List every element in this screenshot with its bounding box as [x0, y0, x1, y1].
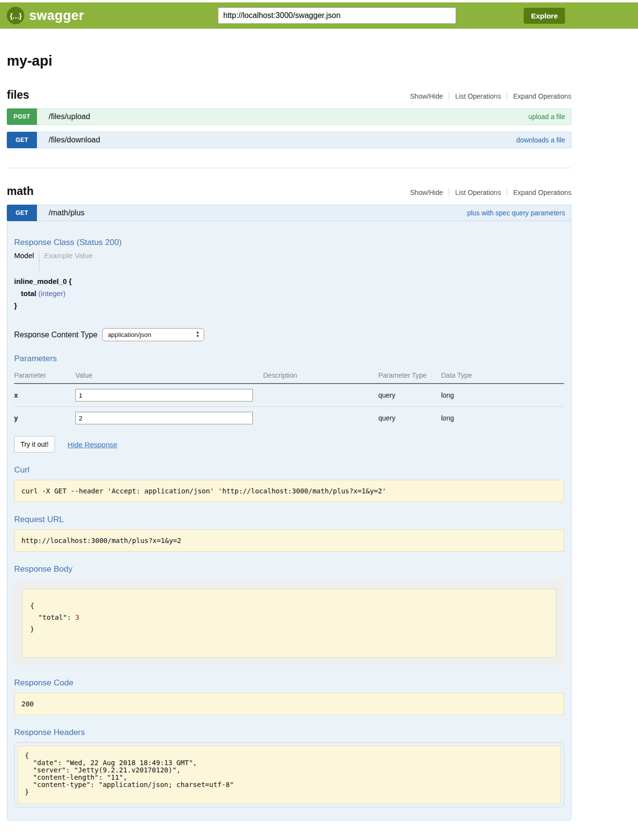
- show-hide-link[interactable]: Show/Hide: [410, 92, 443, 100]
- endpoint-get-files-download: GET /files/download downloads a file: [7, 132, 571, 148]
- resource-files: files Show/Hide List Operations Expand O…: [7, 88, 571, 148]
- param-data-type: long: [441, 407, 564, 430]
- param-type: query: [378, 407, 441, 430]
- endpoint-summary-link[interactable]: downloads a file: [516, 136, 565, 144]
- endpoint-summary-link[interactable]: plus with spec query parameters: [467, 209, 565, 217]
- options-separator: [507, 189, 507, 196]
- resource-files-title: files: [7, 88, 29, 102]
- page-title: my-api: [7, 53, 571, 69]
- response-content-type-select[interactable]: application/json ▲▼: [102, 328, 204, 341]
- response-code: 200: [14, 693, 564, 715]
- get-method-badge: GET: [7, 132, 37, 148]
- tab-example-value[interactable]: Example Value: [39, 251, 93, 272]
- list-operations-link[interactable]: List Operations: [455, 189, 501, 196]
- resource-math: math Show/Hide List Operations Expand Op…: [7, 185, 571, 840]
- endpoint-header[interactable]: GET /files/download downloads a file: [7, 132, 571, 148]
- resource-math-options: Show/Hide List Operations Expand Operati…: [410, 189, 571, 196]
- response-headers: { "date": "Wed, 22 Aug 2018 18:49:13 GMT…: [18, 746, 561, 804]
- get-method-badge: GET: [7, 205, 37, 221]
- expand-operations-link[interactable]: Expand Operations: [513, 92, 571, 100]
- parameters-heading: Parameters: [14, 354, 564, 364]
- table-row: y query long: [14, 407, 564, 430]
- explore-button[interactable]: Explore: [524, 8, 565, 24]
- response-body-heading: Response Body: [14, 564, 564, 574]
- options-separator: [449, 189, 449, 196]
- show-hide-link[interactable]: Show/Hide: [410, 189, 443, 196]
- list-operations-link[interactable]: List Operations: [455, 92, 501, 100]
- response-headers-container: { "date": "Wed, 22 Aug 2018 18:49:13 GMT…: [14, 742, 564, 807]
- select-arrows-icon: ▲▼: [195, 331, 199, 338]
- param-name: y: [14, 407, 75, 430]
- col-header-parameter-type: Parameter Type: [378, 368, 441, 384]
- json-text: }: [30, 625, 34, 633]
- model-tabs: Model Example Value: [14, 251, 564, 272]
- response-body: { "total": 3 }: [22, 589, 556, 658]
- endpoint-path-link[interactable]: /files/download: [49, 136, 100, 144]
- tab-model[interactable]: Model: [14, 251, 39, 272]
- endpoint-post-files-upload: POST /files/upload upload a file: [7, 108, 571, 125]
- endpoint-header[interactable]: POST /files/upload upload a file: [7, 108, 571, 125]
- request-url-heading: Request URL: [14, 515, 564, 525]
- response-body-container: { "total": 3 }: [14, 581, 564, 665]
- spec-url-input[interactable]: [218, 7, 456, 24]
- options-separator: [449, 92, 449, 100]
- header-bar: {…} swagger Explore: [0, 2, 638, 29]
- model-prop-type: (integer): [38, 289, 66, 298]
- parameters-table: Parameter Value Description Parameter Ty…: [14, 368, 564, 429]
- endpoint-path-link[interactable]: /files/upload: [49, 112, 90, 121]
- json-number-value: 3: [75, 613, 79, 621]
- param-x-input[interactable]: [75, 389, 253, 402]
- param-data-type: long: [441, 384, 564, 407]
- endpoint-path-link[interactable]: /math/plus: [49, 209, 85, 217]
- endpoint-get-math-plus: GET /math/plus plus with spec query para…: [7, 205, 571, 821]
- options-separator: [507, 92, 507, 100]
- model-open-line: inline_model_0 {: [14, 275, 564, 287]
- col-header-description: Description: [263, 368, 378, 384]
- curl-command: curl -X GET --header 'Accept: applicatio…: [14, 480, 564, 502]
- param-description: [263, 407, 378, 430]
- model-prop-name: total: [21, 289, 36, 298]
- resource-math-title: math: [7, 185, 34, 198]
- col-header-data-type: Data Type: [441, 368, 564, 384]
- model-close-line: }: [14, 299, 564, 312]
- endpoint-summary-link[interactable]: upload a file: [528, 113, 565, 121]
- col-header-parameter: Parameter: [14, 368, 75, 384]
- swagger-braces-icon: {…}: [7, 7, 24, 24]
- col-header-value: Value: [75, 368, 263, 384]
- curl-heading: Curl: [14, 465, 564, 475]
- request-url: http://localhost:3000/math/plus?x=1&y=2: [14, 529, 564, 552]
- param-type: query: [378, 384, 441, 407]
- swagger-logo: {…} swagger: [7, 7, 84, 24]
- model-signature: inline_model_0 { total (integer) }: [14, 275, 564, 312]
- post-method-badge: POST: [7, 108, 37, 125]
- param-name: x: [14, 384, 75, 407]
- endpoint-header[interactable]: GET /math/plus plus with spec query para…: [7, 205, 571, 221]
- expand-operations-link[interactable]: Expand Operations: [513, 189, 571, 196]
- section-divider: [7, 168, 571, 168]
- param-y-input[interactable]: [75, 412, 253, 424]
- try-it-out-button[interactable]: Try it out!: [14, 436, 55, 453]
- selected-content-type: application/json: [107, 331, 151, 338]
- response-class-heading: Response Class (Status 200): [14, 238, 564, 247]
- table-row: x query long: [14, 384, 564, 407]
- response-content-type-label: Response Content Type: [14, 331, 97, 339]
- brand-title: swagger: [29, 8, 84, 23]
- response-code-heading: Response Code: [14, 678, 564, 688]
- response-headers-heading: Response Headers: [14, 728, 564, 737]
- param-description: [263, 384, 378, 407]
- resource-files-options: Show/Hide List Operations Expand Operati…: [410, 92, 571, 100]
- endpoint-expanded-content: Response Class (Status 200) Model Exampl…: [7, 221, 571, 821]
- json-text: { "total":: [30, 602, 75, 621]
- hide-response-link[interactable]: Hide Response: [68, 440, 118, 449]
